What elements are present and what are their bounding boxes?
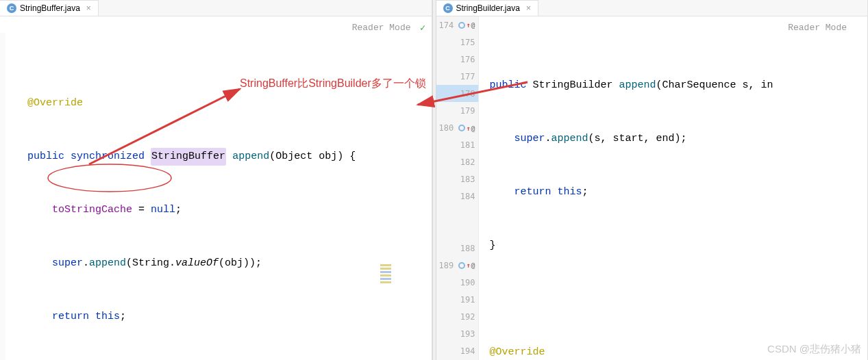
line-number[interactable]: 192 [436, 309, 478, 326]
line-number[interactable]: 177 [436, 68, 478, 85]
watermark: CSDN @悲伤猪小猪 [767, 343, 861, 356]
tab-bar-left: C StringBuffer.java × [0, 0, 432, 16]
tab-stringbuffer[interactable]: C StringBuffer.java × [0, 0, 99, 16]
line-number[interactable]: 190 [436, 274, 478, 291]
t: (String. [126, 255, 175, 272]
tab-stringbuilder[interactable]: C StringBuilder.java × [436, 0, 538, 16]
line-number[interactable]: 176 [436, 51, 478, 68]
t: . [83, 255, 89, 272]
line-number[interactable]: 180 ↑@ [436, 120, 478, 137]
line-number[interactable]: 194 [436, 343, 478, 360]
reader-mode-label[interactable]: Reader Mode [788, 19, 847, 37]
t: ; [175, 201, 182, 219]
kw: null [151, 201, 175, 219]
kw: super [52, 255, 83, 272]
java-class-icon: C [7, 3, 16, 13]
t: = [132, 201, 151, 219]
line-number[interactable]: 174 ↑@ [436, 16, 478, 34]
kw: super [514, 130, 545, 148]
minimap-stripes [380, 229, 430, 320]
line-number[interactable]: 189 ↑@ [436, 257, 478, 274]
line-number[interactable]: 181 [436, 137, 478, 154]
method: append [89, 255, 126, 272]
editor-body-left: Reader Mode ✓ @Override public synchroni… [0, 16, 432, 360]
t: (s, start, end); [588, 130, 687, 148]
kw: public [27, 148, 64, 166]
editor-body-right: 174 ↑@175176177178179180 ↑@1811821831841… [436, 16, 868, 360]
java-class-icon: C [443, 3, 453, 13]
kw: public [490, 77, 527, 94]
method: append [551, 130, 588, 148]
kw: synchronized [71, 148, 145, 166]
line-number[interactable]: 175 [436, 34, 478, 51]
line-number[interactable]: 182 [436, 154, 478, 171]
check-icon: ✓ [420, 19, 425, 37]
right-editor-pane: C StringBuilder.java × 174 ↑@17517617717… [436, 0, 869, 360]
line-number[interactable]: 193 [436, 326, 478, 343]
line-number[interactable]: 184 [436, 188, 478, 205]
reader-mode-label[interactable]: Reader Mode [352, 19, 411, 37]
line-number[interactable] [436, 205, 478, 222]
line-number[interactable]: 178 [436, 85, 478, 102]
code-area-left[interactable]: Reader Mode ✓ @Override public synchroni… [0, 16, 432, 360]
tab-bar-right: C StringBuilder.java × [436, 0, 868, 16]
method: append [619, 77, 656, 94]
annotation: @Override [27, 94, 83, 112]
tab-label: StringBuilder.java [456, 3, 520, 13]
close-icon[interactable]: × [86, 3, 91, 13]
kw: this [95, 308, 120, 326]
brace: } [490, 237, 496, 255]
t: ; [582, 183, 588, 201]
line-number[interactable]: 183 [436, 171, 478, 188]
kw: return [52, 308, 89, 326]
method: append [232, 148, 269, 166]
field: toStringCache [52, 201, 132, 219]
line-number[interactable]: 188 [436, 240, 478, 257]
type: StringBuffer [151, 148, 226, 166]
t: (obj)); [219, 255, 262, 272]
code-area-right[interactable]: Reader Mode public StringBuilder append(… [479, 16, 868, 360]
t: . [545, 130, 551, 148]
left-editor-pane: C StringBuffer.java × Reader Mode ✓ @Ove… [0, 0, 432, 360]
line-number[interactable]: 179 [436, 102, 478, 119]
annotation: @Override [490, 344, 545, 360]
user-annotation-text: StringBuffer比StringBuilder多了一个锁 [240, 77, 426, 91]
static-method: valueOf [175, 255, 219, 272]
t: ; [120, 308, 126, 326]
kw: return [514, 183, 551, 201]
tab-label: StringBuffer.java [20, 3, 80, 13]
line-number-gutter[interactable]: 174 ↑@175176177178179180 ↑@1811821831841… [436, 16, 479, 360]
params: (Object obj) { [269, 148, 356, 166]
params: (CharSequence s, in [656, 77, 773, 94]
kw: this [558, 183, 582, 201]
line-number[interactable]: 191 [436, 292, 478, 309]
line-number[interactable] [436, 222, 478, 240]
close-icon[interactable]: × [526, 3, 531, 13]
type: StringBuilder [533, 77, 613, 94]
